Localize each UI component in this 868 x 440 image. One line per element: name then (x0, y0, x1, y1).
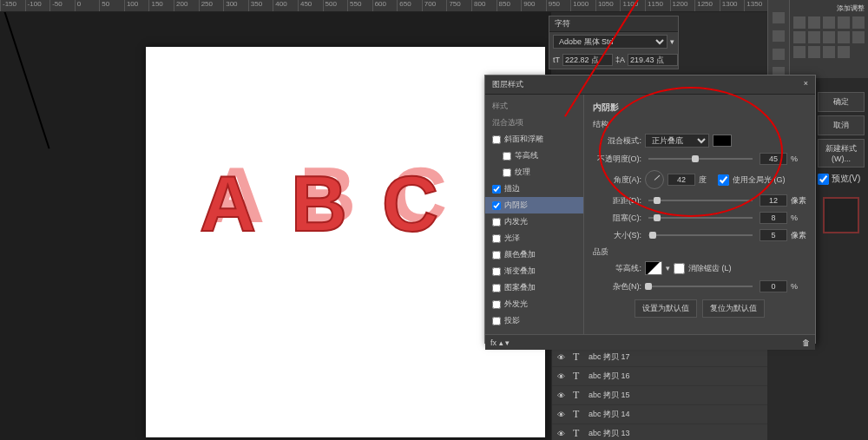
style-item-渐变叠加[interactable]: 渐变叠加 (485, 263, 583, 279)
style-checkbox[interactable] (492, 234, 501, 243)
layer-row[interactable]: 👁Tabc 拷贝 14 (552, 405, 767, 424)
style-item-外发光[interactable]: 外发光 (485, 296, 583, 312)
style-item-纹理[interactable]: 纹理 (485, 164, 583, 181)
style-item-内发光[interactable]: 内发光 (485, 213, 583, 230)
ruler-horizontal: -150-100-5005010015020025030035040045050… (0, 0, 868, 12)
opacity-input[interactable] (760, 153, 787, 165)
distance-slider[interactable] (648, 200, 753, 201)
shadow-color-swatch[interactable] (713, 135, 732, 147)
style-item-斜面和浮雕[interactable]: 斜面和浮雕 (485, 131, 583, 148)
style-item-内阴影[interactable]: 内阴影 (485, 197, 583, 213)
noise-slider[interactable] (648, 286, 753, 287)
visibility-icon[interactable]: 👁 (557, 353, 568, 362)
layer-style-dialog[interactable]: 图层样式 × 样式 混合选项 斜面和浮雕等高线纹理描边内阴影内发光光泽颜色叠加渐… (484, 75, 816, 344)
text-layer-icon: T (573, 389, 583, 402)
contour-label: 等高线: (593, 263, 641, 274)
dialog-right-buttons: 确定 取消 新建样式(W)... 预览(V) (818, 92, 865, 233)
angle-input[interactable] (667, 174, 695, 186)
layer-row[interactable]: 👁Tabc 拷贝 16 (552, 367, 767, 386)
cancel-button[interactable]: 取消 (818, 115, 865, 135)
distance-input[interactable] (760, 194, 787, 207)
style-label: 光泽 (504, 233, 520, 244)
style-checkbox[interactable] (492, 251, 501, 259)
distance-label: 距距(D): (593, 195, 641, 207)
font-size-input[interactable] (562, 54, 613, 66)
dialog-titlebar[interactable]: 图层样式 × (485, 76, 815, 95)
new-style-button[interactable]: 新建样式(W)... (818, 139, 865, 167)
size-slider[interactable] (648, 234, 753, 236)
blending-options[interactable]: 混合选项 (485, 115, 583, 131)
fx-icon[interactable]: fx (490, 338, 496, 347)
style-item-投影[interactable]: 投影 (485, 312, 583, 329)
font-size-icon: tT (553, 56, 560, 64)
visibility-icon[interactable]: 👁 (557, 430, 568, 438)
style-item-图案叠加[interactable]: 图案叠加 (485, 279, 583, 296)
inner-shadow-title: 内阴影 (593, 102, 806, 114)
layer-row[interactable]: 👁Tabc 拷贝 15 (552, 386, 767, 405)
blend-mode-select[interactable]: 正片叠底 (645, 134, 709, 148)
trash-icon[interactable]: 🗑 (802, 338, 810, 347)
noise-input[interactable] (760, 280, 787, 292)
style-item-颜色叠加[interactable]: 颜色叠加 (485, 246, 583, 263)
adjustments-tab[interactable]: 添加调整 (793, 3, 865, 13)
antialias-checkbox[interactable] (674, 263, 685, 274)
chevron-down-icon[interactable]: ▾ (666, 264, 670, 273)
leading-input[interactable] (628, 54, 678, 66)
visibility-icon[interactable]: 👁 (557, 372, 568, 381)
side-toolstrip[interactable] (768, 0, 790, 78)
style-label: 投影 (504, 315, 520, 326)
style-checkbox[interactable] (492, 218, 501, 227)
adjust-icons-row[interactable] (793, 31, 865, 43)
chevron-down-icon[interactable]: ▾ (670, 37, 674, 46)
style-item-等高线[interactable]: 等高线 (485, 148, 583, 164)
choke-slider[interactable] (648, 217, 753, 219)
visibility-icon[interactable]: 👁 (557, 391, 568, 400)
angle-dial[interactable] (645, 170, 664, 189)
style-checkbox[interactable] (492, 284, 501, 292)
preview-checkbox[interactable] (818, 174, 829, 185)
leading-icon: ‡A (615, 56, 625, 64)
style-item-描边[interactable]: 描边 (485, 181, 583, 197)
style-checkbox[interactable] (492, 300, 501, 309)
choke-input[interactable] (760, 212, 787, 224)
px-unit: 像素 (791, 195, 806, 207)
global-light-checkbox[interactable] (718, 174, 729, 186)
style-checkbox[interactable] (492, 185, 501, 194)
character-panel[interactable]: 字符 Adobe 黑体 Std ▾ tT ‡A (549, 16, 679, 69)
layers-panel[interactable]: 👁Tabc 拷贝 17👁Tabc 拷贝 16👁Tabc 拷贝 15👁Tabc 拷… (552, 347, 767, 440)
text-layer-icon: T (573, 370, 583, 383)
visibility-icon[interactable]: 👁 (557, 410, 568, 419)
style-checkbox[interactable] (503, 152, 511, 161)
antialias-label: 消除锯齿 (L) (688, 263, 732, 274)
canvas-text-abc[interactable]: AABBCC (200, 160, 438, 249)
contour-picker[interactable] (645, 261, 662, 275)
style-checkbox[interactable] (492, 135, 501, 144)
close-icon[interactable]: × (804, 79, 808, 90)
styles-list[interactable]: 样式 混合选项 斜面和浮雕等高线纹理描边内阴影内发光光泽颜色叠加渐变叠加图案叠加… (485, 95, 584, 334)
angle-label: 角度(A): (593, 174, 641, 186)
style-settings-panel: 内阴影 结构 混合模式: 正片叠底 不透明度(O): % 角度(A): 度 使用… (584, 95, 815, 334)
chevron-icon[interactable]: ▴ ▾ (499, 338, 510, 347)
opacity-label: 不透明度(O): (593, 154, 641, 165)
style-item-光泽[interactable]: 光泽 (485, 230, 583, 246)
ok-button[interactable]: 确定 (818, 92, 865, 112)
style-checkbox[interactable] (492, 201, 501, 210)
style-checkbox[interactable] (503, 168, 511, 177)
layer-name: abc 拷贝 14 (589, 409, 630, 420)
adjust-icons-row[interactable] (793, 46, 865, 58)
right-side-panels: 添加调整 (767, 0, 868, 78)
character-panel-tab[interactable]: 字符 (549, 16, 678, 32)
opacity-slider[interactable] (648, 158, 753, 160)
style-label: 斜面和浮雕 (504, 134, 543, 145)
reset-default-button[interactable]: 复位为默认值 (702, 299, 765, 318)
structure-label: 结构 (593, 119, 806, 130)
make-default-button[interactable]: 设置为默认值 (635, 299, 697, 318)
adjust-icons-row[interactable] (793, 16, 865, 29)
choke-label: 阻塞(C): (593, 213, 641, 224)
size-input[interactable] (760, 229, 787, 241)
style-checkbox[interactable] (492, 267, 501, 276)
layer-row[interactable]: 👁Tabc 拷贝 17 (552, 348, 767, 367)
style-checkbox[interactable] (492, 317, 501, 325)
layer-row[interactable]: 👁Tabc 拷贝 13 (552, 424, 767, 440)
style-preview-swatch (823, 197, 859, 233)
